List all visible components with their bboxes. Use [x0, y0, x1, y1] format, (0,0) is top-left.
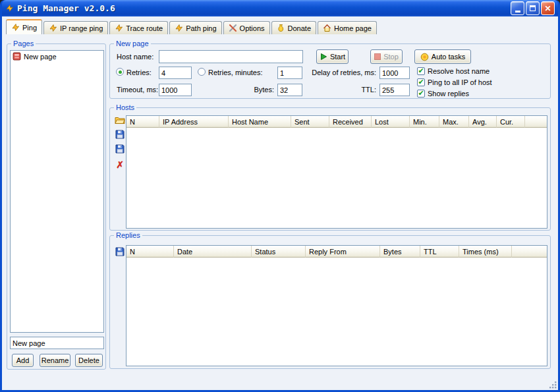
- checkbox-label: Show replies: [428, 90, 469, 98]
- column-header[interactable]: Status: [252, 246, 306, 258]
- checkbox-resolve-host-name[interactable]: ✔ Resolve host name: [417, 67, 490, 76]
- pages-group-title: Pages: [11, 40, 36, 48]
- column-header[interactable]: Received: [329, 116, 372, 128]
- tab-donate[interactable]: Donate: [271, 21, 316, 34]
- tab-ip-range-ping[interactable]: IP range ping: [43, 21, 108, 34]
- tab-label: Options: [240, 24, 265, 32]
- delete-host-button[interactable]: ✗: [113, 158, 126, 171]
- resize-grip[interactable]: [548, 380, 557, 389]
- ttl-input[interactable]: [379, 84, 410, 96]
- new-page-group: New page Host name: Start Stop Auto task…: [109, 43, 551, 99]
- checkbox-ping-all-ip[interactable]: ✔ Ping to all IP of host: [417, 78, 492, 87]
- column-header[interactable]: Date: [174, 246, 252, 258]
- hosts-table-body: [126, 128, 547, 228]
- open-folder-icon: [115, 115, 125, 125]
- column-header[interactable]: N: [126, 246, 174, 258]
- trace-route-icon: [115, 24, 123, 32]
- retries-radio[interactable]: [116, 68, 124, 76]
- checkbox-label: Resolve host name: [428, 67, 490, 75]
- rename-button-label: Rename: [42, 356, 69, 364]
- tab-label: Donate: [288, 24, 311, 32]
- tree-item-new-page[interactable]: New page: [11, 51, 103, 62]
- checkbox-show-replies[interactable]: ✔ Show replies: [417, 89, 469, 98]
- home-page-icon: [323, 24, 331, 32]
- delay-of-retries-input[interactable]: [379, 67, 410, 79]
- start-icon: [320, 53, 327, 61]
- pages-group: Pages New page Add Rename Delete: [7, 43, 106, 370]
- maximize-icon: [530, 5, 536, 11]
- app-icon: [5, 4, 14, 13]
- minimize-button[interactable]: [511, 1, 524, 15]
- save-hosts-as-button[interactable]: [113, 142, 126, 155]
- ip-range-ping-icon: [49, 24, 57, 32]
- add-button-label: Add: [16, 356, 30, 364]
- close-button[interactable]: ✕: [541, 1, 555, 15]
- ping-icon: [11, 23, 20, 32]
- column-header[interactable]: Min.: [410, 116, 439, 128]
- timeout-label: Timeout, ms:: [117, 86, 158, 94]
- delete-button[interactable]: Delete: [75, 354, 103, 367]
- ttl-label: TTL:: [327, 86, 376, 94]
- replies-group: Replies N Date Status Reply From Bytes T…: [109, 235, 551, 369]
- timeout-input[interactable]: [159, 84, 192, 96]
- page-name-input[interactable]: [10, 337, 104, 349]
- checkbox-label: Ping to all IP of host: [428, 78, 492, 86]
- checkbox-box: ✔: [417, 67, 425, 75]
- save-icon: [115, 130, 125, 139]
- column-header[interactable]: Host Name: [229, 116, 291, 128]
- retries-minutes-radio[interactable]: [198, 68, 206, 76]
- column-header[interactable]: N: [126, 116, 159, 128]
- page-icon: [13, 52, 21, 61]
- column-header[interactable]: Cur.: [497, 116, 525, 128]
- tab-label: IP range ping: [60, 24, 103, 32]
- retries-input[interactable]: [159, 67, 192, 79]
- tab-home-page[interactable]: Home page: [318, 21, 377, 34]
- column-header[interactable]: Bytes: [380, 246, 420, 258]
- column-header[interactable]: Avg.: [469, 116, 497, 128]
- host-name-label: Host name:: [117, 53, 154, 61]
- column-header-filler: [512, 246, 547, 258]
- tab-trace-route[interactable]: Trace route: [109, 21, 168, 34]
- column-header[interactable]: TTL: [420, 246, 459, 258]
- tab-bar: Ping IP range ping Trace route Path ping…: [6, 18, 378, 34]
- column-header[interactable]: Lost: [372, 116, 410, 128]
- column-header[interactable]: Sent: [291, 116, 329, 128]
- check-icon: ✔: [418, 67, 424, 74]
- start-button[interactable]: Start: [316, 49, 349, 64]
- delete-icon: ✗: [116, 160, 124, 169]
- rename-button[interactable]: Rename: [40, 354, 70, 367]
- auto-tasks-button[interactable]: Auto tasks: [414, 49, 471, 64]
- tab-label: Home page: [334, 24, 372, 32]
- save-hosts-button[interactable]: [113, 128, 126, 141]
- hosts-table: N IP Address Host Name Sent Received Los…: [126, 115, 547, 229]
- stop-button[interactable]: Stop: [370, 49, 403, 64]
- titlebar[interactable]: Ping Manager v2.0.6 ✕: [2, 0, 558, 16]
- maximize-button[interactable]: [526, 1, 540, 15]
- retries-minutes-input[interactable]: [277, 67, 302, 79]
- tab-label: Trace route: [126, 24, 163, 32]
- column-header[interactable]: Times (ms): [459, 246, 512, 258]
- hosts-table-header: N IP Address Host Name Sent Received Los…: [126, 116, 547, 128]
- tab-label: Ping: [22, 24, 37, 32]
- minimize-icon: [515, 11, 520, 13]
- hosts-group-title: Hosts: [114, 103, 136, 112]
- column-header[interactable]: Max.: [439, 116, 469, 128]
- open-file-button[interactable]: [113, 113, 126, 126]
- pages-tree[interactable]: New page: [10, 50, 104, 333]
- options-icon: [229, 24, 237, 32]
- tab-path-ping[interactable]: Path ping: [169, 21, 221, 34]
- host-name-input[interactable]: [159, 50, 303, 63]
- window-controls: ✕: [511, 1, 555, 15]
- retries-minutes-label: Retries, minutes:: [208, 69, 263, 76]
- replies-table: N Date Status Reply From Bytes TTL Times…: [126, 245, 547, 366]
- add-button[interactable]: Add: [12, 354, 34, 367]
- save-as-icon: [115, 144, 125, 154]
- tab-ping[interactable]: Ping: [6, 19, 42, 34]
- column-header[interactable]: Reply From: [306, 246, 380, 258]
- tab-options[interactable]: Options: [223, 21, 270, 34]
- save-replies-button[interactable]: [113, 245, 126, 258]
- bytes-input[interactable]: [277, 84, 302, 96]
- app-window: Ping Manager v2.0.6 ✕ Ping IP range ping…: [0, 0, 560, 392]
- column-header[interactable]: IP Address: [159, 116, 229, 128]
- delay-of-retries-label: Delay of retries, ms:: [301, 69, 376, 76]
